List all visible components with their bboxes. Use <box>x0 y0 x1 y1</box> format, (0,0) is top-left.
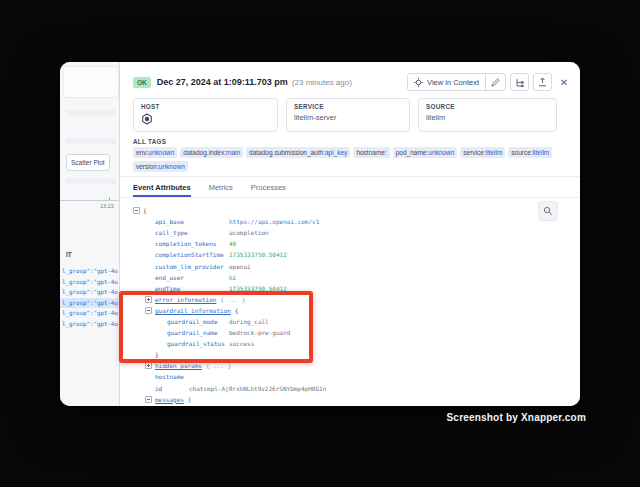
json-row: completion_tokens40 <box>133 238 567 249</box>
event-header: OK Dec 27, 2024 at 1:09:11.703 pm (23 mi… <box>133 72 572 92</box>
json-key[interactable]: messages <box>155 396 184 403</box>
export-icon <box>538 77 547 87</box>
json-row: guardrail_information{ <box>133 305 567 316</box>
tab-event-attributes[interactable]: Event Attributes <box>133 177 191 197</box>
expand-icon[interactable] <box>145 296 152 303</box>
json-value: acompletion <box>229 229 269 236</box>
export-button[interactable] <box>533 73 552 91</box>
list-item[interactable]: l_group":"gpt-4o <box>60 287 119 298</box>
view-in-context-button[interactable]: View in Context <box>408 74 485 90</box>
screenshot-root: { "watermark": "Screenshot by Xnapper.co… <box>0 0 640 487</box>
json-key: id <box>155 385 185 392</box>
list-item[interactable]: l_group":"gpt-4o <box>60 266 119 277</box>
json-key: end_user <box>155 274 225 281</box>
tag[interactable]: source:litellm <box>508 147 552 158</box>
tag-value: api_key <box>325 149 347 156</box>
related-data-icon <box>515 78 524 87</box>
json-value: 1735333750.50412 <box>229 285 287 292</box>
background-placeholder-bar <box>66 138 116 144</box>
close-button[interactable]: ✕ <box>556 73 572 91</box>
tag[interactable]: pod_name:unknown <box>393 147 458 158</box>
tag-value: main <box>226 149 240 156</box>
json-key: api_base <box>155 218 225 225</box>
background-page-pane: Scatter Plot 13:23 IT l_group":"gpt-4ol_… <box>60 62 120 406</box>
list-item[interactable]: l_group":"gpt-4o <box>60 308 119 319</box>
tag-key: hostname: <box>356 149 386 156</box>
list-item[interactable]: l_group":"gpt-4o <box>60 319 119 330</box>
tag-key: env: <box>136 149 148 156</box>
json-key[interactable]: guardrail_information <box>155 307 231 314</box>
json-key[interactable]: error_information <box>155 296 216 303</box>
search-button[interactable] <box>538 201 558 221</box>
results-column-header: IT <box>66 251 72 258</box>
expand-icon[interactable] <box>145 362 152 369</box>
tag-key: datadog.index: <box>183 149 226 156</box>
json-row: completionStartTime1735333750.50412 <box>133 249 567 260</box>
json-value: hi <box>229 274 236 281</box>
json-value: } <box>155 351 159 358</box>
app-window: Scatter Plot 13:23 IT l_group":"gpt-4ol_… <box>60 62 580 406</box>
tag-key: pod_name: <box>396 149 429 156</box>
json-row: hidden_params{ ... } <box>133 360 567 371</box>
background-widget <box>63 66 119 98</box>
json-key: guardrail_name <box>167 329 225 336</box>
pencil-icon <box>491 78 500 87</box>
json-value: { ... } <box>220 296 245 303</box>
service-label: SERVICE <box>294 103 402 110</box>
tag[interactable]: version:unknown <box>133 161 188 172</box>
tag[interactable]: datadog.submission_auth:api_key <box>246 147 350 158</box>
event-detail-panel: OK Dec 27, 2024 at 1:09:11.703 pm (23 mi… <box>120 62 580 406</box>
close-icon: ✕ <box>560 77 568 88</box>
json-key[interactable]: hidden_params <box>155 362 202 369</box>
tab-metrics[interactable]: Metrics <box>209 177 233 197</box>
json-key: guardrail_status <box>167 340 225 347</box>
json-value: openai <box>229 263 251 270</box>
service-box[interactable]: SERVICE litellm-server <box>286 98 410 132</box>
collapse-icon[interactable] <box>145 307 152 314</box>
json-row: api_basehttps://api.openai.com/v1 <box>133 216 567 227</box>
scope-icon <box>414 78 423 87</box>
tag[interactable]: env:unknown <box>133 147 177 158</box>
json-value: success <box>229 340 254 347</box>
chart-axis-tick-label: 13:23 <box>100 203 114 209</box>
json-row: guardrail_namebedrock-pre-guard <box>133 327 567 338</box>
json-row: error_information{ ... } <box>133 294 567 305</box>
json-row: { <box>133 205 567 216</box>
tag[interactable]: datadog.index:main <box>180 147 243 158</box>
json-key: guardrail_mode <box>167 318 225 325</box>
host-label: HOST <box>141 103 270 110</box>
tag[interactable]: hostname: <box>353 147 389 158</box>
json-row: endTime1735333750.50412 <box>133 283 567 294</box>
json-key: hostname <box>155 373 185 380</box>
collapse-icon[interactable] <box>133 207 140 214</box>
background-placeholder-bar <box>66 110 116 116</box>
status-badge: OK <box>133 77 151 88</box>
tag[interactable]: service:litellm <box>460 147 505 158</box>
list-item[interactable]: l_group":"gpt-4o <box>60 298 119 309</box>
meta-boxes: HOST SERVICE litellm-server SOURCE litel… <box>133 98 557 132</box>
json-value[interactable]: https://api.openai.com/v1 <box>229 218 319 225</box>
edit-button[interactable] <box>486 74 505 90</box>
related-data-button[interactable] <box>510 73 529 91</box>
chart-x-axis <box>60 200 119 201</box>
json-key: call_type <box>155 229 225 236</box>
view-in-context-label: View in Context <box>427 78 479 87</box>
scatter-plot-button[interactable]: Scatter Plot <box>66 154 110 171</box>
source-box[interactable]: SOURCE litellm <box>418 98 557 132</box>
json-row: idchatcmpl-Aj8rxhNLht9v2J6rSNYDmp4pH0G1n <box>133 383 567 394</box>
header-controls: View in Context <box>407 73 572 91</box>
tag-value: unknown <box>428 149 454 156</box>
host-box[interactable]: HOST <box>133 98 278 132</box>
json-row: guardrail_modeduring_call <box>133 316 567 327</box>
chart-axis-tick <box>109 197 110 200</box>
event-relative-time: (23 minutes ago) <box>292 78 352 87</box>
json-key: endTime <box>155 285 225 292</box>
list-item[interactable]: l_group":"gpt-4o <box>60 277 119 288</box>
tab-processes[interactable]: Processes <box>251 177 286 197</box>
all-tags-label: ALL TAGS <box>133 138 166 145</box>
tag-value: litellm <box>486 149 503 156</box>
collapse-icon[interactable] <box>145 396 152 403</box>
host-icon <box>141 113 270 125</box>
json-row: } <box>133 349 567 360</box>
json-row: end_userhi <box>133 272 567 283</box>
